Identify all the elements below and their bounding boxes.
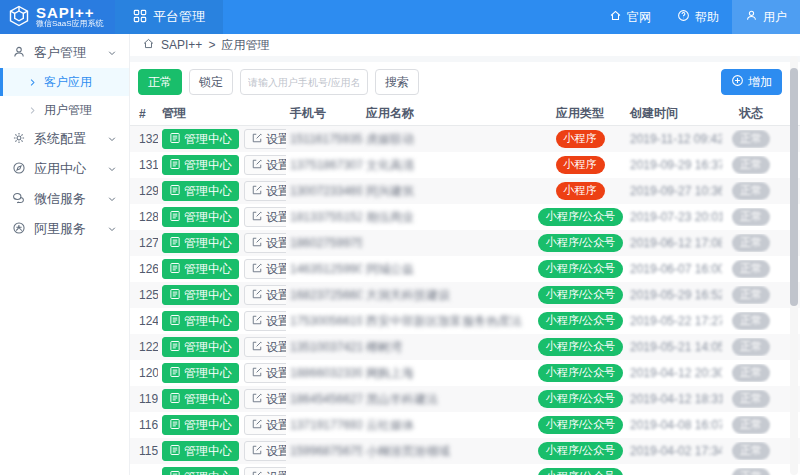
row-app-type: 小程序/公众号 xyxy=(534,260,626,277)
row-status: 正常 xyxy=(722,130,780,147)
filter-locked-button[interactable]: 锁定 xyxy=(189,69,233,95)
table-row: 125管理中心设置16823725660大洞天科技建设小程序/公众号2019-0… xyxy=(130,282,800,308)
manage-center-button[interactable]: 管理中心 xyxy=(162,155,239,175)
settings-button[interactable]: 设置 xyxy=(244,233,286,253)
settings-button[interactable]: 设置 xyxy=(244,441,286,461)
add-button[interactable]: 增加 xyxy=(721,69,782,95)
row-id: 127 xyxy=(130,236,158,250)
settings-button[interactable]: 设置 xyxy=(244,181,286,201)
column-header-phone: 手机号 xyxy=(286,105,362,122)
settings-button[interactable]: 设置 xyxy=(244,259,286,279)
status-badge: 正常 xyxy=(732,286,770,303)
row-id: 126 xyxy=(130,262,158,276)
plus-circle-icon xyxy=(731,74,744,90)
user-menu[interactable]: 用户 xyxy=(732,0,800,34)
list-icon xyxy=(169,314,181,329)
vertical-scrollbar[interactable] xyxy=(790,56,798,475)
user-label: 用户 xyxy=(763,9,787,26)
settings-button[interactable]: 设置 xyxy=(244,389,286,409)
column-header-app-type: 应用类型 xyxy=(534,105,626,122)
manage-center-button[interactable]: 管理中心 xyxy=(162,389,239,409)
chevron-down-icon xyxy=(107,194,117,204)
settings-button[interactable]: 设置 xyxy=(244,311,286,331)
status-badge: 正常 xyxy=(732,468,770,475)
manage-center-button[interactable]: 管理中心 xyxy=(162,233,239,253)
manage-center-button[interactable]: 管理中心 xyxy=(162,467,239,475)
row-id: 128 xyxy=(130,210,158,224)
manage-center-button[interactable]: 管理中心 xyxy=(162,311,239,331)
sidebar-item-system-config[interactable]: 系统配置 xyxy=(0,124,129,154)
status-badge: 正常 xyxy=(732,156,770,173)
top-links: 官网 帮助 用户 xyxy=(596,0,800,34)
app-type-badge: 小程序/公众号 xyxy=(538,468,623,475)
top-bar: SAPI++ 微信SaaS应用系统 平台管理 官网 xyxy=(0,0,800,34)
settings-button[interactable]: 设置 xyxy=(244,155,286,175)
settings-button[interactable]: 设置 xyxy=(244,337,286,357)
row-id: 124 xyxy=(130,314,158,328)
sidebar-item-label: 微信服务 xyxy=(34,190,86,208)
search-button[interactable]: 搜索 xyxy=(375,69,419,95)
edit-icon xyxy=(251,210,263,225)
scrollbar-thumb[interactable] xyxy=(790,68,798,306)
sidebar-item-wechat-services[interactable]: 微信服务 xyxy=(0,184,129,214)
edit-icon xyxy=(251,236,263,251)
user-icon xyxy=(745,9,758,25)
official-site-label: 官网 xyxy=(627,9,651,26)
status-badge: 正常 xyxy=(732,364,770,381)
manage-center-button[interactable]: 管理中心 xyxy=(162,415,239,435)
filter-normal-button[interactable]: 正常 xyxy=(138,69,182,95)
manage-center-button[interactable]: 管理中心 xyxy=(162,259,239,279)
row-created: 2019-04-08 16:07 xyxy=(626,418,722,432)
manage-center-button[interactable]: 管理中心 xyxy=(162,285,239,305)
breadcrumb: SAPI++ > 应用管理 xyxy=(130,34,800,56)
sidebar-item-ali-services[interactable]: 阿里服务 xyxy=(0,214,129,244)
row-created: 2019-04-02 17:34 xyxy=(626,444,722,458)
sidebar-item-customer-management[interactable]: 客户管理 xyxy=(0,38,129,68)
settings-button[interactable]: 设置 xyxy=(244,467,286,475)
manage-center-button[interactable]: 管理中心 xyxy=(162,363,239,383)
help-link[interactable]: 帮助 xyxy=(664,0,732,34)
column-header-index: # xyxy=(130,107,158,121)
row-app-name: 网购上海 xyxy=(362,365,534,382)
app-type-badge: 小程序/公众号 xyxy=(538,442,623,459)
app-type-badge: 小程序/公众号 xyxy=(538,390,623,407)
row-actions: 管理中心设置 xyxy=(158,207,286,227)
row-app-type: 小程序 xyxy=(534,156,626,173)
sidebar-item-user-management[interactable]: 用户管理 xyxy=(0,96,129,124)
chevron-right-icon xyxy=(28,106,37,115)
official-site-link[interactable]: 官网 xyxy=(596,0,664,34)
settings-button[interactable]: 设置 xyxy=(244,129,286,149)
settings-button[interactable]: 设置 xyxy=(244,207,286,227)
manage-center-button[interactable]: 管理中心 xyxy=(162,207,239,227)
table-body: 132管理中心设置15116175935虎媒联动小程序2019-11-12 09… xyxy=(130,126,800,475)
manage-center-button[interactable]: 管理中心 xyxy=(162,181,239,201)
manage-center-button[interactable]: 管理中心 xyxy=(162,337,239,357)
list-icon xyxy=(169,340,181,355)
settings-button[interactable]: 设置 xyxy=(244,415,286,435)
settings-button[interactable]: 设置 xyxy=(244,363,286,383)
status-badge: 正常 xyxy=(732,312,770,329)
status-badge: 正常 xyxy=(732,416,770,433)
tab-platform-management[interactable]: 平台管理 xyxy=(115,0,223,34)
sidebar-item-customer-apps[interactable]: 客户应用 xyxy=(0,68,129,96)
app-type-badge: 小程序/公众号 xyxy=(538,260,623,277)
search-input[interactable] xyxy=(240,69,368,95)
sidebar-item-app-center[interactable]: 应用中心 xyxy=(0,154,129,184)
list-icon xyxy=(169,158,181,173)
app-type-badge: 小程序/公众号 xyxy=(538,234,623,251)
row-id: 115 xyxy=(130,444,158,458)
column-header-app-name: 应用名称 xyxy=(362,105,534,122)
breadcrumb-root[interactable]: SAPI++ xyxy=(161,38,202,52)
row-status: 正常 xyxy=(722,208,780,225)
list-icon xyxy=(169,132,181,147)
row-app-name: 大洞天科技建设 xyxy=(362,287,534,304)
row-phone: 16823725660 xyxy=(286,288,362,302)
settings-button[interactable]: 设置 xyxy=(244,285,286,305)
edit-icon xyxy=(251,418,263,433)
manage-center-button[interactable]: 管理中心 xyxy=(162,129,239,149)
edit-icon xyxy=(251,262,263,277)
row-actions: 管理中心设置 xyxy=(158,337,286,357)
manage-center-button[interactable]: 管理中心 xyxy=(162,441,239,461)
row-app-name: 文化高清 xyxy=(362,157,534,174)
row-app-name: 小糊涂页游领域 xyxy=(362,443,534,460)
